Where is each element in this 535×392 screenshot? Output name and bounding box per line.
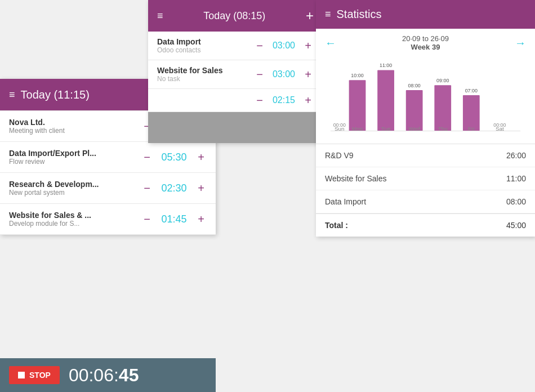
svg-text:00:00: 00:00 bbox=[333, 122, 346, 128]
middle-task-item: Website for Sales No task − 03:00 + bbox=[148, 60, 323, 89]
svg-text:00:00: 00:00 bbox=[493, 122, 506, 128]
middle-hamburger-icon[interactable]: ≡ bbox=[157, 10, 163, 22]
right-panel-header: ≡ Statistics bbox=[316, 0, 535, 29]
svg-text:09:00: 09:00 bbox=[436, 78, 449, 83]
total-label: Total : bbox=[325, 221, 348, 230]
timer-display: 00:06:45 bbox=[69, 365, 139, 386]
task-name: Data Import/Export Pl... bbox=[9, 149, 141, 158]
next-week-arrow[interactable]: → bbox=[515, 37, 526, 50]
middle-task-controls: − 03:00 + bbox=[254, 40, 314, 51]
timer-seconds: 45 bbox=[119, 365, 139, 385]
decrement-button[interactable]: − bbox=[141, 182, 153, 194]
task-name: Website for Sales & ... bbox=[9, 211, 141, 220]
stats-item: Website for Sales 11:00 bbox=[316, 167, 535, 190]
middle-task-sub: Odoo contacts bbox=[157, 46, 254, 54]
right-hamburger-icon[interactable]: ≡ bbox=[325, 8, 331, 20]
hamburger-icon[interactable]: ≡ bbox=[9, 89, 15, 101]
stats-item-label: R&D V9 bbox=[325, 151, 354, 160]
middle-task-name: Website for Sales bbox=[157, 66, 254, 75]
decrement-button[interactable]: − bbox=[141, 152, 153, 163]
middle-task-list: Data Import Odoo contacts − 03:00 + Webs… bbox=[148, 32, 323, 112]
middle-task-time: 03:00 bbox=[270, 41, 298, 51]
task-controls: − 02:30 + bbox=[141, 182, 207, 194]
task-controls: − 05:30 + bbox=[141, 152, 207, 163]
middle-increment-button[interactable]: + bbox=[302, 69, 314, 80]
svg-rect-5 bbox=[377, 70, 394, 131]
week-dates: 20·09 to 26·09 bbox=[402, 34, 449, 43]
stats-item-value: 08:00 bbox=[506, 197, 526, 206]
stats-item-label: Website for Sales bbox=[325, 174, 386, 183]
left-panel-title: Today (11:15) bbox=[21, 88, 90, 101]
middle-panel-header: ≡ Today (08:15) + bbox=[148, 0, 323, 32]
middle-add-icon[interactable]: + bbox=[306, 8, 314, 24]
prev-week-arrow[interactable]: ← bbox=[325, 37, 336, 50]
task-item: Research & Developm... New portal system… bbox=[0, 173, 216, 204]
task-sub: New portal system bbox=[9, 189, 141, 197]
task-sub: Meeting with client bbox=[9, 127, 141, 135]
left-panel-header-left: ≡ Today (11:15) bbox=[9, 88, 90, 101]
middle-increment-button[interactable]: + bbox=[302, 40, 314, 51]
stats-item-value: 11:00 bbox=[506, 174, 526, 183]
middle-task-sub: No task bbox=[157, 75, 254, 83]
task-info: Research & Developm... New portal system bbox=[9, 180, 141, 197]
middle-task-controls: − 02:15 + bbox=[254, 95, 314, 106]
svg-text:11:00: 11:00 bbox=[380, 63, 392, 68]
increment-button[interactable]: + bbox=[195, 213, 207, 225]
middle-increment-button[interactable]: + bbox=[302, 95, 314, 106]
task-info: Data Import/Export Pl... Flow review bbox=[9, 149, 141, 166]
middle-task-controls: − 03:00 + bbox=[254, 69, 314, 80]
stats-item-label: Data Import bbox=[325, 197, 366, 206]
middle-decrement-button[interactable]: − bbox=[254, 40, 265, 51]
task-info: Website for Sales & ... Develop module f… bbox=[9, 211, 141, 228]
stats-list: R&D V9 26:00 Website for Sales 11:00 Dat… bbox=[316, 144, 535, 213]
increment-button[interactable]: + bbox=[195, 152, 207, 163]
task-time: 05:30 bbox=[157, 152, 191, 163]
task-controls: − 01:45 + bbox=[141, 213, 207, 225]
week-label: Week 39 bbox=[402, 43, 449, 51]
right-panel: ≡ Statistics ← 20·09 to 26·09 Week 39 → … bbox=[316, 0, 535, 237]
svg-rect-2 bbox=[349, 80, 366, 131]
task-time: 01:45 bbox=[157, 213, 191, 225]
svg-rect-8 bbox=[406, 90, 423, 131]
stop-label: STOP bbox=[29, 371, 51, 380]
middle-task-item: Data Import Odoo contacts − 03:00 + bbox=[148, 32, 323, 60]
week-navigation: ← 20·09 to 26·09 Week 39 → bbox=[316, 29, 535, 54]
stats-total-row: Total : 45:00 bbox=[316, 213, 535, 237]
task-sub: Develop module for S... bbox=[9, 220, 141, 228]
right-panel-title: Statistics bbox=[337, 8, 382, 21]
middle-task-time: 03:00 bbox=[270, 69, 298, 79]
stats-item: Data Import 08:00 bbox=[316, 190, 535, 213]
task-item: Website for Sales & ... Develop module f… bbox=[0, 204, 216, 235]
middle-decrement-button[interactable]: − bbox=[254, 69, 265, 80]
task-time: 02:30 bbox=[157, 182, 191, 194]
timer-main: 00:06 bbox=[69, 365, 114, 385]
chart-area: Sun 00:00 10:00 Mon 11:00 Tue 08:00 Wed … bbox=[316, 54, 535, 144]
stats-item-value: 26:00 bbox=[506, 151, 526, 160]
gray-box bbox=[148, 112, 323, 143]
decrement-button[interactable]: − bbox=[141, 213, 153, 225]
task-item: Data Import/Export Pl... Flow review − 0… bbox=[0, 142, 216, 173]
task-name: Nova Ltd. bbox=[9, 118, 141, 127]
middle-decrement-button[interactable]: − bbox=[254, 95, 265, 106]
svg-rect-11 bbox=[434, 85, 451, 131]
total-value: 45:00 bbox=[506, 221, 526, 230]
stop-square-icon bbox=[18, 372, 25, 378]
middle-panel-title: Today (08:15) bbox=[203, 10, 265, 22]
middle-task-name: Data Import bbox=[157, 37, 254, 46]
middle-task-item: − 02:15 + bbox=[148, 89, 323, 112]
bar-chart: Sun 00:00 10:00 Mon 11:00 Tue 08:00 Wed … bbox=[325, 58, 526, 137]
bottom-bar: STOP 00:06:45 bbox=[0, 358, 216, 392]
task-sub: Flow review bbox=[9, 158, 141, 166]
increment-button[interactable]: + bbox=[195, 182, 207, 194]
middle-task-info: Data Import Odoo contacts bbox=[157, 37, 254, 54]
svg-text:07:00: 07:00 bbox=[465, 88, 478, 93]
stats-item: R&D V9 26:00 bbox=[316, 144, 535, 167]
svg-text:10:00: 10:00 bbox=[351, 73, 363, 78]
stop-button[interactable]: STOP bbox=[9, 366, 60, 384]
middle-panel: ≡ Today (08:15) + Data Import Odoo conta… bbox=[148, 0, 323, 143]
task-name: Research & Developm... bbox=[9, 180, 141, 189]
task-info: Nova Ltd. Meeting with client bbox=[9, 118, 141, 135]
week-info: 20·09 to 26·09 Week 39 bbox=[402, 34, 449, 51]
svg-text:08:00: 08:00 bbox=[408, 83, 421, 88]
middle-task-time: 02:15 bbox=[270, 95, 298, 105]
